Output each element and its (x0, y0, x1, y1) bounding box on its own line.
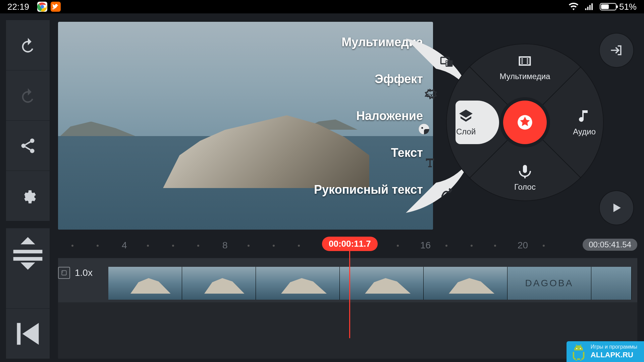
record-button[interactable] (503, 101, 547, 144)
label-handwriting: Рукописный текст (314, 183, 423, 197)
svg-rect-8 (446, 63, 447, 64)
label-effect: Эффект (314, 72, 423, 86)
svg-rect-14 (62, 271, 63, 272)
battery-percent: 51% (619, 2, 637, 12)
layer-media-button[interactable] (436, 51, 458, 73)
action-wheel: Мультимедиа Аудио Голос Слой (446, 44, 604, 201)
wheel-audio-label: Аудио (573, 127, 596, 136)
svg-point-12 (421, 127, 423, 129)
play-button[interactable] (600, 191, 633, 225)
layer-sticker-button[interactable] (413, 118, 435, 140)
wheel-media-label: Мультимедиа (500, 72, 550, 81)
wifi-icon (568, 2, 579, 11)
clip[interactable] (591, 267, 632, 300)
svg-point-2 (30, 138, 35, 143)
ruler-mark: 4 (122, 240, 127, 251)
battery-icon (600, 3, 616, 10)
label-overlay: Наложение (314, 109, 423, 123)
clip[interactable]: DAGOBA (507, 267, 591, 300)
wheel-layer-button[interactable]: Слой (456, 108, 476, 136)
layer-effect-button[interactable]: FX (419, 85, 441, 106)
ruler-mark: 16 (420, 240, 431, 251)
speed-value: 1.0x (75, 267, 93, 278)
settings-button[interactable] (6, 171, 50, 221)
ruler-mark: 8 (222, 240, 228, 251)
left-toolbar (6, 20, 50, 359)
svg-rect-15 (62, 272, 63, 273)
track-type-icon (58, 267, 70, 279)
undo-button[interactable] (6, 20, 50, 70)
playhead[interactable]: 00:00:11.7 (322, 237, 378, 338)
layer-text-button[interactable] (419, 152, 441, 173)
skip-start-button[interactable] (6, 308, 50, 359)
svg-point-17 (580, 348, 581, 349)
system-icons: 51% (568, 2, 637, 12)
wheel-media-button[interactable]: Мультимедиа (500, 53, 550, 81)
label-text: Текст (314, 146, 423, 160)
track-speed[interactable]: 1.0x (58, 267, 93, 279)
wheel-layer-label: Слой (456, 127, 476, 136)
watermark-tagline: Игры и программы (591, 344, 637, 350)
app-icon (51, 2, 61, 12)
svg-point-3 (21, 143, 26, 148)
playhead-time: 00:00:11.7 (322, 237, 378, 251)
wheel-audio-button[interactable]: Аудио (573, 108, 596, 136)
redo-button[interactable] (6, 70, 50, 121)
status-bar: 22:19 51% (0, 0, 644, 13)
svg-rect-9 (446, 64, 447, 66)
clip[interactable] (108, 267, 182, 300)
layer-type-labels: Мультимедиа Эффект Наложение Текст Рукоп… (314, 35, 423, 197)
exit-button[interactable] (600, 34, 633, 67)
svg-text:FX: FX (427, 93, 433, 98)
signal-icon (584, 2, 594, 11)
svg-point-16 (576, 348, 577, 349)
clip-title: DAGOBA (507, 267, 591, 300)
total-duration: 00:05:41.54 (583, 239, 637, 251)
android-icon (570, 344, 587, 361)
label-multimedia: Мультимедиа (314, 35, 423, 49)
watermark: Игры и программы ALLAPK.RU (567, 341, 644, 362)
svg-rect-7 (446, 61, 447, 62)
notification-icons (37, 2, 61, 12)
timeline-expand-button[interactable] (6, 228, 50, 278)
clock: 22:19 (7, 2, 29, 12)
clip[interactable] (424, 267, 507, 300)
share-button[interactable] (6, 121, 50, 171)
watermark-site: ALLAPK.RU (591, 351, 633, 359)
wheel-voice-label: Голос (514, 182, 536, 192)
layer-handwriting-button[interactable] (436, 182, 458, 203)
chrome-icon (37, 2, 47, 12)
ruler-mark: 20 (518, 240, 528, 251)
video-preview[interactable]: Мультимедиа Эффект Наложение Текст Рукоп… (58, 22, 433, 230)
wheel-voice-button[interactable]: Голос (514, 164, 536, 192)
clip[interactable] (182, 267, 256, 300)
svg-point-4 (30, 148, 35, 153)
